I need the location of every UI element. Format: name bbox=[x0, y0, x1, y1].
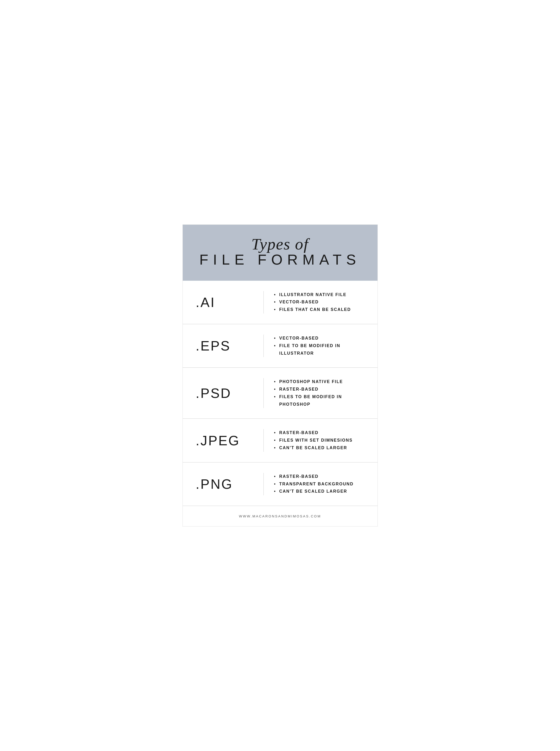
bullet-item: RASTER-BASED bbox=[274, 473, 364, 480]
format-name-PSD: .PSD bbox=[196, 386, 253, 401]
page: Types of FILE FORMATS .AIILLUSTRATOR NAT… bbox=[182, 224, 378, 527]
format-divider bbox=[263, 335, 264, 357]
header: Types of FILE FORMATS bbox=[183, 225, 378, 281]
header-main-text: FILE FORMATS bbox=[198, 252, 362, 268]
format-row-EPS: .EPSVECTOR-BASEDFILE TO BE MODIFIED IN I… bbox=[183, 324, 378, 368]
format-divider bbox=[263, 378, 264, 408]
bullet-item: PHOTOSHOP NATIVE FILE bbox=[274, 378, 364, 386]
bullet-item: FILE TO BE MODIFIED IN ILLUSTRATOR bbox=[274, 342, 364, 357]
bullet-item: FILES WITH SET DIMNESIONS bbox=[274, 437, 364, 444]
format-bullets-EPS: VECTOR-BASEDFILE TO BE MODIFIED IN ILLUS… bbox=[274, 335, 364, 357]
bullet-item: CAN'T BE SCALED LARGER bbox=[274, 488, 364, 495]
format-name-PNG: .PNG bbox=[196, 476, 253, 492]
format-bullets-PNG: RASTER-BASEDTRANSPARENT BACKGROUNDCAN'T … bbox=[274, 473, 364, 495]
format-divider bbox=[263, 473, 264, 495]
format-row-PSD: .PSDPHOTOSHOP NATIVE FILERASTER-BASEDFIL… bbox=[183, 368, 378, 419]
bullet-item: VECTOR-BASED bbox=[274, 298, 364, 306]
formats-container: .AIILLUSTRATOR NATIVE FILEVECTOR-BASEDFI… bbox=[183, 281, 378, 506]
bullet-item: TRANSPARENT BACKGROUND bbox=[274, 480, 364, 488]
format-divider bbox=[263, 291, 264, 314]
footer-text: www.MACARONSANDMIMOSAS.com bbox=[239, 514, 321, 518]
bullet-item: RASTER-BASED bbox=[274, 386, 364, 393]
format-name-JPEG: .JPEG bbox=[196, 433, 253, 449]
format-bullets-JPEG: RASTER-BASEDFILES WITH SET DIMNESIONSCAN… bbox=[274, 429, 364, 452]
bullet-item: FILES THAT CAN BE SCALED bbox=[274, 306, 364, 314]
bullet-item: RASTER-BASED bbox=[274, 429, 364, 437]
header-script-text: Types of bbox=[198, 235, 362, 253]
footer: www.MACARONSANDMIMOSAS.com bbox=[183, 506, 378, 526]
bullet-item: CAN'T BE SCALED LARGER bbox=[274, 444, 364, 452]
format-divider bbox=[263, 429, 264, 452]
format-row-PNG: .PNGRASTER-BASEDTRANSPARENT BACKGROUNDCA… bbox=[183, 462, 378, 506]
bullet-item: ILLUSTRATOR NATIVE FILE bbox=[274, 291, 364, 299]
format-row-JPEG: .JPEGRASTER-BASEDFILES WITH SET DIMNESIO… bbox=[183, 419, 378, 462]
bullet-item: FILES TO BE MODIFED IN PHOTOSHOP bbox=[274, 393, 364, 408]
format-name-AI: .AI bbox=[196, 295, 253, 310]
bullet-item: VECTOR-BASED bbox=[274, 335, 364, 342]
format-bullets-PSD: PHOTOSHOP NATIVE FILERASTER-BASEDFILES T… bbox=[274, 378, 364, 408]
format-row-AI: .AIILLUSTRATOR NATIVE FILEVECTOR-BASEDFI… bbox=[183, 281, 378, 324]
format-bullets-AI: ILLUSTRATOR NATIVE FILEVECTOR-BASEDFILES… bbox=[274, 291, 364, 314]
format-name-EPS: .EPS bbox=[196, 338, 253, 354]
